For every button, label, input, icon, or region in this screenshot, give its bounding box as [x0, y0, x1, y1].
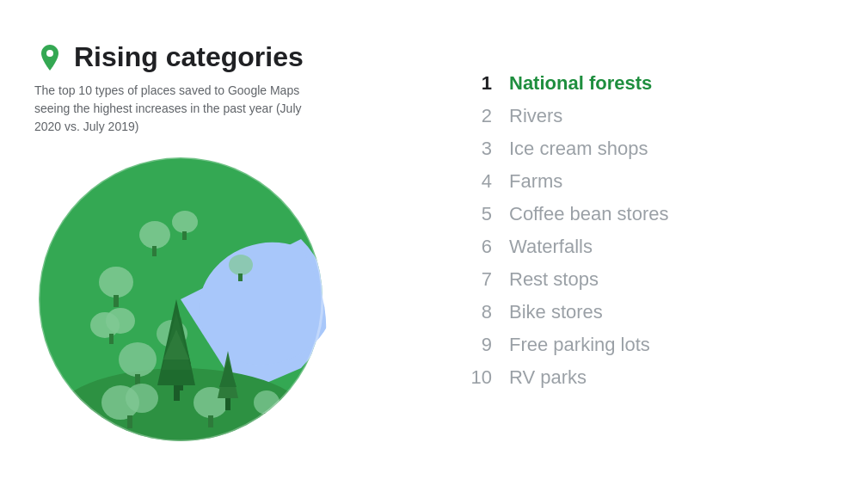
rank-number: 1 [464, 72, 492, 95]
rank-label: Farms [509, 170, 562, 193]
rank-label: Bike stores [509, 301, 603, 323]
location-pin-icon [34, 42, 65, 73]
rank-label: RV parks [509, 366, 587, 389]
rank-label: Free parking lots [509, 334, 650, 356]
svg-rect-8 [182, 231, 187, 240]
svg-point-27 [229, 255, 253, 275]
rank-label: Rest stops [509, 268, 599, 291]
ranking-item: 6Waterfalls [464, 230, 826, 263]
svg-rect-19 [208, 415, 213, 427]
ranking-list: 1National forests2Rivers3Ice cream shops… [464, 67, 826, 394]
ranking-item: 9Free parking lots [464, 329, 826, 361]
ranking-item: 8Bike stores [464, 296, 826, 329]
right-panel: 1National forests2Rivers3Ice cream shops… [430, 41, 826, 394]
ranking-item: 10RV parks [464, 361, 826, 394]
rank-number: 5 [464, 203, 492, 225]
rank-label: National forests [509, 72, 652, 95]
page-title: Rising categories [74, 41, 304, 73]
svg-rect-34 [174, 385, 180, 401]
svg-rect-37 [127, 415, 132, 428]
rank-label: Rivers [509, 105, 562, 127]
ranking-item: 4Farms [464, 165, 826, 198]
svg-point-7 [172, 211, 198, 233]
svg-point-36 [126, 384, 158, 413]
illustration-circle [34, 153, 327, 446]
rank-number: 9 [464, 334, 492, 356]
main-container: Rising categories The top 10 types of pl… [17, 15, 843, 489]
rank-label: Coffee bean stores [509, 203, 669, 225]
ranking-item: 7Rest stops [464, 263, 826, 296]
svg-point-14 [119, 342, 157, 377]
svg-rect-10 [114, 295, 119, 307]
ranking-item: 5Coffee bean stores [464, 198, 826, 230]
subtitle-text: The top 10 types of places saved to Goog… [34, 82, 327, 136]
svg-point-0 [46, 50, 53, 57]
rank-number: 3 [464, 138, 492, 160]
ranking-item: 3Ice cream shops [464, 132, 826, 165]
svg-point-12 [106, 308, 135, 334]
svg-rect-28 [238, 274, 243, 281]
ranking-item: 2Rivers [464, 100, 826, 132]
svg-point-9 [99, 267, 133, 298]
ranking-item: 1National forests [464, 67, 826, 100]
rank-number: 6 [464, 236, 492, 258]
rank-number: 2 [464, 105, 492, 127]
rank-label: Ice cream shops [509, 138, 648, 160]
svg-rect-13 [109, 334, 114, 344]
svg-rect-6 [152, 246, 157, 256]
title-row: Rising categories [34, 41, 430, 73]
svg-point-5 [139, 221, 170, 249]
rank-number: 8 [464, 301, 492, 323]
rank-number: 10 [464, 366, 492, 389]
left-panel: Rising categories The top 10 types of pl… [34, 41, 430, 446]
rank-number: 7 [464, 268, 492, 291]
rank-number: 4 [464, 170, 492, 193]
svg-rect-26 [225, 398, 230, 410]
rank-label: Waterfalls [509, 236, 593, 258]
